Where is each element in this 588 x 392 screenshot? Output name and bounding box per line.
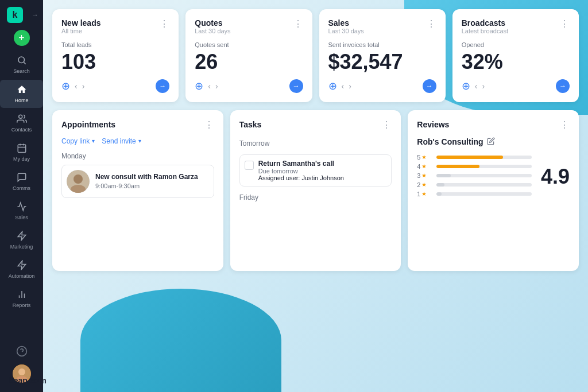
automation-icon xyxy=(17,260,27,272)
sidebar-item-sales[interactable]: Sales xyxy=(0,197,43,225)
contacts-icon xyxy=(17,114,27,126)
sales-more-icon[interactable]: ⋮ xyxy=(427,18,436,29)
sales-footer: ⊕ ‹ › → xyxy=(328,79,436,93)
svg-marker-8 xyxy=(18,261,26,270)
quotes-prev-icon[interactable]: ‹ xyxy=(208,81,211,91)
new-leads-prev-icon[interactable]: ‹ xyxy=(75,81,78,91)
sidebar: k → + Search Home Contacts xyxy=(0,0,43,392)
appointments-title: Appointments xyxy=(61,120,115,129)
bar-5-bg xyxy=(436,156,532,159)
svg-line-1 xyxy=(24,62,25,64)
sales-next-icon[interactable]: › xyxy=(349,81,351,91)
star-4-label: 4 ★ xyxy=(417,163,433,170)
send-invite-button[interactable]: Send invite ▾ xyxy=(102,137,141,145)
task-name-0: Return Samantha's call xyxy=(258,160,344,168)
bar-2-fill xyxy=(436,183,444,187)
star-2-label: 2 ★ xyxy=(417,181,433,188)
sales-add-icon[interactable]: ⊕ xyxy=(328,80,337,92)
sidebar-item-search[interactable]: Search xyxy=(0,51,43,79)
new-leads-header: New leads All time ⋮ xyxy=(61,18,169,39)
star-bars: 5 ★ 4 ★ 3 ★ 2 ★ xyxy=(417,154,532,200)
sidebar-item-contacts[interactable]: Contacts xyxy=(0,109,43,137)
task-checkbox-0[interactable] xyxy=(245,161,254,170)
tasks-more-icon[interactable]: ⋮ xyxy=(382,119,392,130)
new-leads-label: Total leads xyxy=(61,41,169,48)
search-icon xyxy=(17,55,27,67)
send-invite-chevron: ▾ xyxy=(138,138,141,144)
new-leads-arrow-icon[interactable]: → xyxy=(156,79,169,93)
sidebar-item-myday[interactable]: My day xyxy=(0,138,43,166)
comms-icon xyxy=(17,172,27,184)
task-item-0: Return Samantha's call Due tomorrow Assi… xyxy=(239,154,392,187)
star-row-2: 2 ★ xyxy=(417,181,532,188)
broadcasts-value: 32% xyxy=(462,51,570,73)
keap-logo: k xyxy=(7,7,23,23)
star-row-5: 5 ★ xyxy=(417,154,532,161)
sales-card: Sales Last 30 days ⋮ Sent invoices total… xyxy=(319,9,446,102)
edit-business-icon[interactable] xyxy=(487,137,495,147)
add-button[interactable]: + xyxy=(14,30,30,46)
sales-icon xyxy=(17,201,27,214)
bar-1-fill xyxy=(436,192,441,196)
new-leads-title: New leads xyxy=(61,18,100,28)
copy-link-button[interactable]: Copy link ▾ xyxy=(61,137,95,145)
bar-1-bg xyxy=(436,192,532,196)
sidebar-item-sales-label: Sales xyxy=(15,215,28,220)
broadcasts-title-group: Broadcasts Latest broadcast xyxy=(462,18,508,39)
reviews-business: Rob's Consulting xyxy=(417,137,570,147)
svg-point-0 xyxy=(18,57,25,63)
marketing-icon xyxy=(17,231,27,243)
help-icon[interactable] xyxy=(16,346,28,360)
sales-prev-icon[interactable]: ‹ xyxy=(342,81,345,91)
quotes-arrow-icon[interactable]: → xyxy=(289,79,303,93)
appointment-avatar xyxy=(67,170,90,193)
quotes-label: Quotes sent xyxy=(195,41,303,48)
new-leads-add-icon[interactable]: ⊕ xyxy=(61,80,70,92)
appointment-info: New consult with Ramon Garza 9:00am-9:30… xyxy=(95,173,209,190)
sidebar-item-reports-label: Reports xyxy=(13,303,31,308)
broadcasts-arrow-icon[interactable]: → xyxy=(556,79,570,93)
appointments-more-icon[interactable]: ⋮ xyxy=(204,119,214,130)
bar-4-bg xyxy=(436,165,532,168)
expand-icon[interactable]: → xyxy=(32,11,38,19)
bar-3-bg xyxy=(436,174,532,177)
sidebar-item-marketing[interactable]: Marketing xyxy=(0,226,43,254)
quotes-more-icon[interactable]: ⋮ xyxy=(293,18,303,29)
star-row-3: 3 ★ xyxy=(417,172,532,179)
tasks-title: Tasks xyxy=(239,120,262,129)
broadcasts-add-icon[interactable]: ⊕ xyxy=(462,80,470,92)
appointment-day: Monday xyxy=(61,152,214,160)
calendar-icon xyxy=(17,143,27,155)
new-leads-value: 103 xyxy=(61,51,169,73)
sidebar-item-reports[interactable]: Reports xyxy=(0,285,43,313)
new-leads-more-icon[interactable]: ⋮ xyxy=(160,18,169,29)
broadcasts-more-icon[interactable]: ⋮ xyxy=(560,18,570,29)
sales-title-group: Sales Last 30 days xyxy=(328,18,364,39)
sidebar-item-home-label: Home xyxy=(14,98,28,103)
svg-rect-3 xyxy=(18,145,26,153)
task-due-0: Due tomorrow xyxy=(258,168,344,174)
reviews-more-icon[interactable]: ⋮ xyxy=(560,119,570,130)
broadcasts-next-icon[interactable]: › xyxy=(482,81,485,91)
sidebar-item-automation[interactable]: Automation xyxy=(0,255,43,284)
home-icon xyxy=(17,84,27,96)
sidebar-item-myday-label: My day xyxy=(13,157,30,162)
new-leads-next-icon[interactable]: › xyxy=(82,81,85,91)
sidebar-item-home[interactable]: Home xyxy=(0,80,43,108)
quotes-next-icon[interactable]: › xyxy=(215,81,218,91)
sales-arrow-icon[interactable]: → xyxy=(423,79,436,93)
appointment-item[interactable]: New consult with Ramon Garza 9:00am-9:30… xyxy=(61,165,214,198)
quotes-footer: ⊕ ‹ › → xyxy=(195,79,303,93)
broadcasts-prev-icon[interactable]: ‹ xyxy=(475,81,478,91)
sidebar-item-comms[interactable]: Comms xyxy=(0,168,43,196)
rating-value: 4.9 xyxy=(541,165,570,189)
sidebar-item-search-label: Search xyxy=(13,69,30,74)
quotes-title-group: Quotes Last 30 days xyxy=(195,18,230,39)
copy-link-chevron: ▾ xyxy=(92,138,95,144)
copy-link-label: Copy link xyxy=(61,137,90,145)
star-1-label: 1 ★ xyxy=(417,191,433,197)
appointment-name: New consult with Ramon Garza xyxy=(95,173,209,182)
bar-5-fill xyxy=(436,156,503,159)
widgets-row: Appointments ⋮ Copy link ▾ Send invite ▾… xyxy=(52,110,579,271)
quotes-add-icon[interactable]: ⊕ xyxy=(195,80,203,92)
